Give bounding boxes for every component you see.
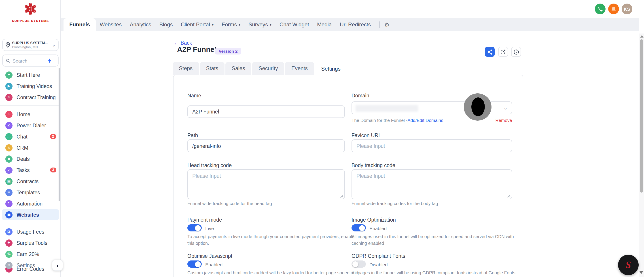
top-header-bar: KS — [61, 0, 639, 18]
remove-domain-link[interactable]: Remove — [496, 118, 512, 123]
webcam-overlay — [464, 93, 492, 121]
optimise-javascript-state: Enabled — [205, 262, 222, 267]
user-avatar[interactable]: KS — [622, 3, 632, 14]
notification-badge: 3 — [50, 168, 56, 172]
avatar-initials: KS — [624, 6, 630, 11]
tab-events[interactable]: Events — [285, 62, 314, 75]
path-input[interactable] — [188, 139, 345, 152]
nav-item-analytics[interactable]: Analytics — [130, 18, 151, 31]
nav-item-client-portal[interactable]: Client Portal▾ — [181, 18, 214, 31]
nav-item-blogs[interactable]: Blogs — [159, 18, 173, 31]
search-input[interactable] — [12, 58, 48, 63]
chevron-down-icon: ⌄ — [504, 105, 508, 111]
head-tracking-label: Head tracking code — [188, 163, 232, 168]
payment-mode-label: Payment mode — [188, 217, 222, 223]
add-edit-domains-link[interactable]: Add/Edit Domains — [408, 118, 443, 123]
body-tracking-textarea[interactable] — [352, 169, 512, 199]
sidebar-item-chat[interactable]: …Chat2 — [0, 131, 61, 142]
sidebar-item-training-videos[interactable]: ▶Training Videos — [0, 80, 61, 92]
sidebar-item-automation[interactable]: ↻Automation — [0, 198, 61, 209]
favicon-label: Favicon URL — [352, 133, 381, 138]
websites-icon: ▣ — [5, 211, 12, 218]
chat-widget-button[interactable]: S — [618, 255, 639, 275]
sidebar-item-contract-training[interactable]: ✎Contract Training — [0, 92, 61, 103]
main-content: ← Back A2P Funnel Version 2 — [61, 31, 639, 277]
share-button[interactable] — [485, 47, 495, 57]
info-button[interactable] — [511, 47, 521, 57]
home-icon: ⌂ — [5, 111, 12, 118]
sidebar-item-label: Surplus Tools — [16, 240, 48, 246]
location-switcher[interactable]: SURPLUS SYSTEM... Bloomington, MN ⌄ — [2, 39, 58, 51]
sidebar-item-label: Settings — [16, 263, 35, 268]
sidebar-item-tasks[interactable]: ✓Tasks3 — [0, 164, 61, 176]
sidebar-item-home[interactable]: ⌂Home — [0, 109, 61, 120]
resize-handle-icon[interactable] — [507, 194, 511, 198]
sidebar-item-power-dialer[interactable]: ✆Power Dialer — [0, 120, 61, 131]
earn-20-icon: % — [5, 251, 12, 258]
phone-icon — [597, 6, 603, 12]
sidebar-item-usage-fees[interactable]: ◪Usage Fees — [0, 226, 61, 237]
optimise-javascript-toggle[interactable] — [188, 261, 202, 268]
phone-button[interactable] — [595, 3, 606, 14]
sidebar-item-contracts[interactable]: ▤Contracts — [0, 176, 61, 187]
nav-item-surveys[interactable]: Surveys▾ — [248, 18, 272, 31]
nav-item-funnels[interactable]: Funnels — [64, 18, 96, 31]
page-scrollbar — [639, 33, 644, 277]
nav-item-url-redirects[interactable]: Url Redirects — [340, 18, 371, 31]
scroll-up-arrow[interactable] — [640, 35, 643, 37]
payment-mode-toggle[interactable] — [188, 224, 202, 232]
page-scrollbar-thumb[interactable] — [640, 39, 643, 193]
notifications-button[interactable] — [608, 3, 619, 14]
open-external-button[interactable] — [498, 47, 508, 57]
deals-icon: ◆ — [5, 155, 12, 162]
sidebar-item-templates[interactable]: ✉Templates — [0, 187, 61, 198]
sidebar-item-deals[interactable]: ◆Deals — [0, 153, 61, 164]
nav-item-chat-widget[interactable]: Chat Widget — [280, 18, 309, 31]
sidebar-item-label: Deals — [16, 156, 30, 162]
settings-card: Name Domain ⌄ The Domain for the Funnel … — [173, 75, 523, 277]
scroll-down-arrow[interactable] — [639, 271, 644, 274]
contracts-icon: ▤ — [5, 178, 12, 185]
sidebar-collapse-button[interactable]: ‹ — [52, 260, 63, 271]
domain-helper: The Domain for the Funnel - — [352, 118, 408, 123]
tab-steps[interactable]: Steps — [173, 62, 199, 75]
sidebar-item-earn-20[interactable]: %Earn 20% — [0, 249, 61, 260]
sidebar-scrollbar-thumb[interactable] — [58, 68, 60, 201]
resize-handle-icon[interactable] — [340, 194, 344, 198]
image-optimization-toggle[interactable] — [352, 224, 366, 232]
tasks-icon: ✓ — [5, 166, 12, 174]
favicon-input[interactable] — [352, 139, 512, 152]
head-tracking-textarea[interactable] — [188, 169, 345, 199]
tab-security[interactable]: Security — [252, 62, 284, 75]
back-link[interactable]: ← Back — [174, 40, 192, 45]
info-icon — [513, 49, 519, 55]
name-input[interactable] — [188, 105, 345, 118]
sidebar-item-crm[interactable]: ☺CRM — [0, 142, 61, 153]
sidebar-item-surplus-tools[interactable]: ✚Surplus Tools — [0, 237, 61, 249]
nav-item-websites[interactable]: Websites — [100, 18, 122, 31]
gear-icon[interactable]: ⚙ — [384, 21, 389, 28]
nav-item-media[interactable]: Media — [317, 18, 332, 31]
location-pin-icon — [5, 42, 10, 48]
chevron-down-icon: ▾ — [238, 22, 240, 26]
chevron-down-icon: ▾ — [212, 22, 214, 26]
surplus-tools-icon: ✚ — [5, 239, 12, 246]
sidebar-item-label: Templates — [16, 190, 40, 195]
nav-item-forms[interactable]: Forms▾ — [222, 18, 240, 31]
tab-settings[interactable]: Settings — [315, 62, 347, 75]
settings-icon: ⚙ — [5, 262, 12, 269]
sidebar-divider — [0, 105, 61, 106]
crm-icon: ☺ — [5, 144, 12, 151]
tab-sales[interactable]: Sales — [226, 62, 251, 75]
tab-stats[interactable]: Stats — [200, 62, 224, 75]
head-tracking-helper: Funnel wide tracking code for the head t… — [188, 201, 272, 207]
sidebar-item-label: Home — [16, 111, 30, 117]
gdpr-fonts-toggle[interactable] — [352, 261, 366, 268]
sidebar-item-websites[interactable]: ▣Websites — [2, 209, 59, 220]
funnel-tabs: StepsStatsSalesSecurityEventsSettings — [173, 62, 347, 75]
sidebar-search — [2, 54, 58, 67]
page-title: A2P Funnel — [177, 45, 216, 54]
gdpr-fonts-helper: All pages in the funnel will be using GD… — [352, 270, 516, 276]
sidebar-item-start-here[interactable]: ✦Start Here — [0, 69, 61, 80]
sidebar-item-label: Training Videos — [16, 83, 52, 89]
